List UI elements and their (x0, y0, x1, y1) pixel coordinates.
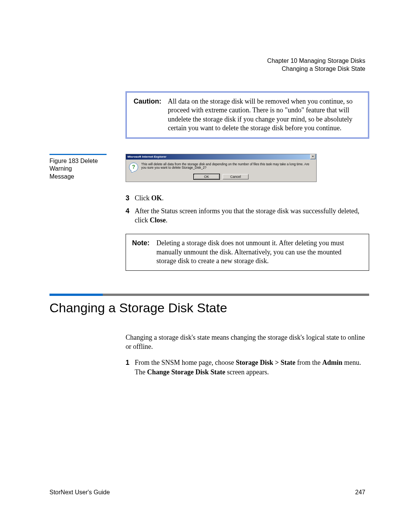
page-footer: StorNext User's Guide 247 (49, 489, 365, 496)
section-title: Changing a Storage Disk State (49, 300, 369, 315)
note-box: Note: Deleting a storage disk does not u… (126, 234, 369, 270)
figure-label-column: Figure 183 Delete Warning Message (49, 154, 107, 181)
document-page: Chapter 10 Managing Storage Disks Changi… (0, 0, 411, 532)
question-icon: ? (129, 163, 138, 172)
procedure-steps: 3 Click OK. 4 After the Status screen in… (126, 193, 369, 225)
ie-dialog: Microsoft Internet Explorer × ? This wil… (126, 154, 317, 182)
step-3: 3 Click OK. (126, 193, 369, 203)
section-divider: Changing a Storage Disk State (49, 294, 369, 315)
header-chapter: Chapter 10 Managing Storage Disks (267, 57, 365, 65)
close-icon[interactable]: × (310, 154, 315, 159)
page-header: Chapter 10 Managing Storage Disks Changi… (267, 57, 365, 73)
dialog-button-row: OK Cancel (126, 173, 316, 182)
step-number: 4 (126, 206, 135, 225)
cancel-button[interactable]: Cancel (223, 174, 249, 179)
figure-caption-line2: Message (49, 173, 107, 181)
content-area: Caution: All data on the storage disk wi… (126, 91, 369, 377)
rule-body (103, 294, 369, 296)
dialog-titlebar: Microsoft Internet Explorer × (126, 154, 316, 160)
step-text: Click OK. (135, 193, 164, 203)
dialog-message: This will delete all data from the stora… (141, 163, 313, 170)
rule-accent (49, 294, 103, 296)
caution-text: All data on the storage disk will be rem… (168, 97, 361, 133)
caution-label: Caution: (134, 97, 168, 133)
step-text: After the Status screen informs you that… (135, 206, 369, 225)
section-rule (49, 294, 369, 296)
figure-rule (49, 154, 107, 155)
dialog-body: ? This will delete all data from the sto… (126, 160, 316, 173)
header-section: Changing a Storage Disk State (267, 65, 365, 73)
section-body: Changing a storage disk's state means ch… (126, 333, 369, 377)
step-text: From the SNSM home page, choose Storage … (135, 358, 369, 377)
figure-caption-line1: Figure 183 Delete Warning (49, 157, 107, 173)
step-4: 4 After the Status screen informs you th… (126, 206, 369, 225)
caution-box: Caution: All data on the storage disk wi… (126, 91, 369, 139)
footer-page-number: 247 (355, 489, 365, 496)
dialog-title: Microsoft Internet Explorer (127, 155, 166, 158)
step-number: 1 (126, 358, 135, 377)
note-text: Deleting a storage disk does not unmount… (156, 239, 363, 265)
footer-left: StorNext User's Guide (49, 489, 110, 496)
dialog-screenshot: Microsoft Internet Explorer × ? This wil… (126, 154, 369, 182)
ok-button[interactable]: OK (194, 174, 220, 179)
step-number: 3 (126, 193, 135, 203)
note-label: Note: (132, 239, 156, 265)
section-step-1: 1 From the SNSM home page, choose Storag… (126, 358, 369, 377)
section-intro: Changing a storage disk's state means ch… (126, 333, 369, 351)
